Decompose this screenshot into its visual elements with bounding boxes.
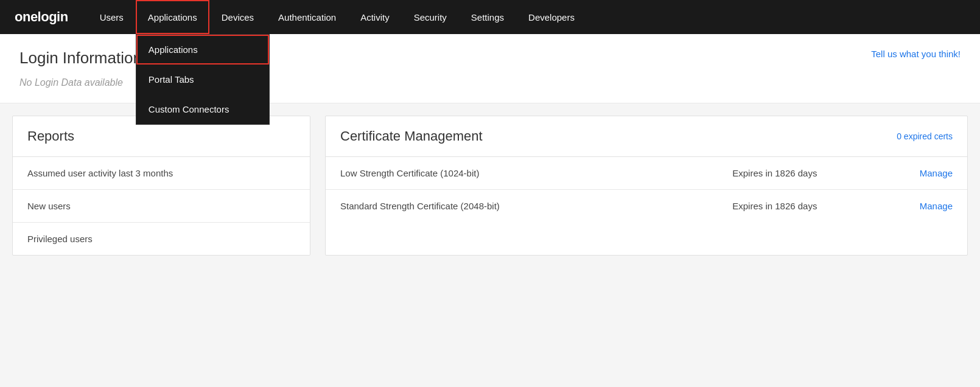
cert-management-title: Certificate Management <box>340 128 483 144</box>
nav-item-settings[interactable]: Settings <box>459 0 516 34</box>
nav-item-security[interactable]: Security <box>402 0 459 34</box>
cert-low-manage[interactable]: Manage <box>920 168 953 178</box>
login-info-left: Login Information No Login Data availabl… <box>19 49 142 88</box>
cert-low-name: Low Strength Certificate (1024-bit) <box>340 168 630 178</box>
nav-item-users[interactable]: Users <box>88 0 136 34</box>
nav-item-devices[interactable]: Devices <box>209 0 266 34</box>
dropdown-item-applications[interactable]: Applications <box>136 35 269 64</box>
nav-item-activity[interactable]: Activity <box>348 0 402 34</box>
nav-item-developers[interactable]: Developers <box>516 0 587 34</box>
login-info-title: Login Information <box>19 49 142 68</box>
nav-items: Users Applications Applications Portal T… <box>88 0 587 34</box>
report-item-assumed-activity[interactable]: Assumed user activity last 3 months <box>13 157 310 190</box>
cert-row-low-strength: Low Strength Certificate (1024-bit) Expi… <box>326 157 967 190</box>
dropdown-item-portal-tabs[interactable]: Portal Tabs <box>136 64 269 94</box>
nav-item-applications[interactable]: Applications Applications Portal Tabs Cu… <box>136 0 209 34</box>
navbar: onelogin Users Applications Applications… <box>0 0 980 34</box>
feedback-link[interactable]: Tell us what you think! <box>871 49 961 59</box>
reports-section: Reports Assumed user activity last 3 mon… <box>12 116 310 256</box>
cert-standard-expires: Expires in 1826 days <box>630 201 920 211</box>
cert-standard-manage[interactable]: Manage <box>920 201 953 211</box>
cert-standard-name: Standard Strength Certificate (2048-bit) <box>340 201 630 211</box>
cert-section: Certificate Management 0 expired certs L… <box>325 116 968 256</box>
cert-header: Certificate Management 0 expired certs <box>326 116 967 157</box>
cert-low-expires: Expires in 1826 days <box>630 168 920 178</box>
cert-row-standard-strength: Standard Strength Certificate (2048-bit)… <box>326 190 967 222</box>
report-item-privileged-users[interactable]: Privileged users <box>13 223 310 255</box>
lower-content: Reports Assumed user activity last 3 mon… <box>0 103 980 268</box>
expired-certs-link[interactable]: 0 expired certs <box>897 131 953 141</box>
brand-logo: onelogin <box>15 9 68 25</box>
report-item-new-users[interactable]: New users <box>13 190 310 223</box>
dropdown-item-custom-connectors[interactable]: Custom Connectors <box>136 94 269 124</box>
login-info-empty: No Login Data available <box>19 77 142 88</box>
nav-item-authentication[interactable]: Authentication <box>266 0 348 34</box>
applications-dropdown: Applications Portal Tabs Custom Connecto… <box>136 34 270 125</box>
